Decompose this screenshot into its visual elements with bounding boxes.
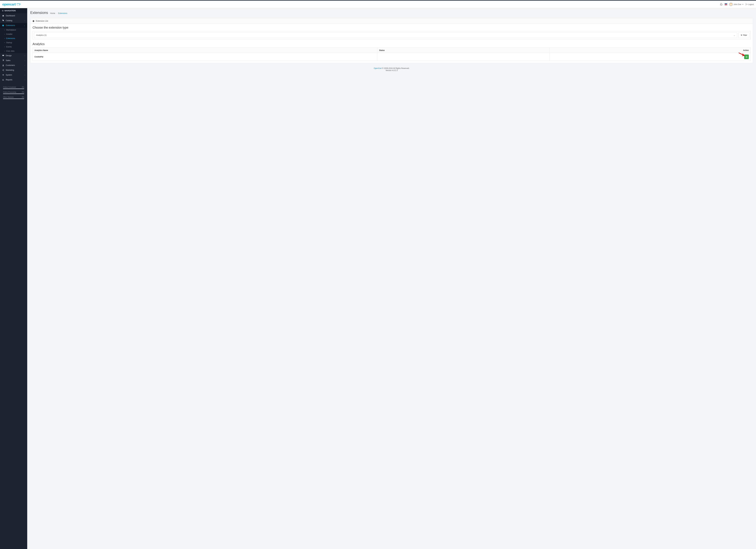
stat-other-statuses: Other Statuses 0%	[3, 96, 24, 99]
footer: OpenCart © 2009-2024 All Rights Reserved…	[27, 65, 756, 74]
breadcrumb-home[interactable]: Home	[50, 12, 55, 14]
sidebar-item-customers[interactable]: Customers ›	[0, 63, 27, 68]
breadcrumb: Home › Extensions	[50, 12, 67, 14]
header: opencart John Doe ▼ Logout	[0, 1, 756, 8]
sidebar-sub-label: Events	[6, 46, 12, 48]
sidebar-item-design[interactable]: Design ›	[0, 53, 27, 58]
sidebar-item-reports[interactable]: Reports ›	[0, 77, 27, 82]
nav-list: Dashboard Catalog › Extensions ⌄ »Market…	[0, 13, 27, 82]
user-menu[interactable]: John Doe ▼	[729, 3, 743, 6]
sidebar-item-dashboard[interactable]: Dashboard	[0, 13, 27, 18]
sidebar-item-catalog[interactable]: Catalog ›	[0, 18, 27, 23]
chart-icon	[2, 79, 4, 81]
cell-action	[550, 53, 751, 61]
sidebar-sub-cronjobs[interactable]: »Cron Jobs	[0, 49, 27, 53]
sidebar-item-marketing[interactable]: Marketing ›	[0, 68, 27, 73]
extension-table: Analytics Name Status Action CookiePal	[33, 48, 751, 61]
footer-rights: © 2009-2024 All Rights Reserved.	[382, 67, 409, 69]
sidebar-item-label: Sales	[6, 59, 10, 62]
sidebar-sub-label: Extensions	[6, 37, 15, 39]
progress-bar	[3, 99, 24, 99]
sidebar-sub-label: Cron Jobs	[6, 50, 15, 52]
chevron-right-icon: ›	[25, 65, 25, 66]
puzzle-icon	[2, 24, 4, 26]
angle-icon: »	[4, 46, 5, 48]
col-action: Action	[550, 48, 751, 53]
chevron-right-icon: ›	[25, 74, 25, 76]
sidebar-item-label: Reports	[6, 79, 12, 81]
avatar	[729, 3, 733, 6]
svg-rect-6	[2, 55, 4, 56]
stat-value: 0%	[22, 96, 24, 98]
angle-icon: »	[4, 50, 5, 52]
nav-sub-extensions: »Marketplace »Installer »Extensions »Sta…	[0, 28, 27, 53]
footer-brand-link[interactable]: OpenCart	[374, 67, 382, 69]
sidebar-sub-installer[interactable]: »Installer	[0, 32, 27, 36]
extension-type-select[interactable]: Analytics (1) ⌄	[34, 33, 737, 38]
user-name: John Doe	[733, 3, 741, 5]
cart-icon	[2, 59, 4, 62]
sidebar-sub-label: Marketplace	[6, 29, 16, 31]
table-header-row: Analytics Name Status Action	[33, 48, 751, 53]
flag-icon[interactable]	[725, 3, 727, 5]
chevron-right-icon: ›	[25, 69, 25, 71]
chevron-down-icon: ⌄	[24, 25, 25, 26]
puzzle-icon	[33, 20, 35, 22]
chevron-right-icon: ›	[25, 60, 25, 61]
svg-point-9	[3, 65, 4, 65]
sidebar-sub-extensions[interactable]: »Extensions	[0, 36, 27, 41]
panel-title: Extension List	[36, 20, 48, 22]
caret-down-icon: ▼	[742, 4, 743, 5]
analytics-title: Analytics	[33, 42, 751, 46]
bell-icon[interactable]	[720, 3, 723, 6]
angle-icon: »	[4, 42, 5, 43]
install-button[interactable]	[744, 55, 749, 59]
logout-link[interactable]: Logout	[746, 3, 754, 5]
sidebar-sub-label: Startup	[6, 42, 12, 44]
stat-label: Orders Processing	[3, 91, 16, 93]
sidebar-item-extensions[interactable]: Extensions ⌄	[0, 23, 27, 28]
monitor-icon	[2, 55, 4, 57]
sidebar-item-sales[interactable]: Sales ›	[0, 58, 27, 63]
breadcrumb-current[interactable]: Extensions	[58, 12, 67, 14]
cell-status	[377, 53, 550, 61]
sidebar-stats: Orders Completed 0% Orders Processing 0%…	[0, 85, 27, 103]
hamburger-icon	[2, 10, 4, 12]
sidebar-sub-marketplace[interactable]: »Marketplace	[0, 28, 27, 32]
main: Extensions Home › Extensions Extension L…	[27, 8, 756, 549]
svg-point-11	[2, 70, 3, 70]
plus-circle-icon	[746, 56, 748, 58]
col-name: Analytics Name	[33, 48, 377, 53]
chevron-right-icon: ›	[25, 55, 25, 57]
svg-point-7	[3, 61, 3, 61]
tag-icon	[2, 20, 4, 22]
col-status: Status	[377, 48, 550, 53]
sidebar-item-system[interactable]: System ›	[0, 73, 27, 77]
gear-icon	[2, 74, 4, 76]
stat-orders-processing: Orders Processing 0%	[3, 91, 24, 94]
page-header: Extensions Home › Extensions	[27, 8, 756, 17]
sidebar-sub-events[interactable]: »Events	[0, 45, 27, 49]
nav-heading-label: NAVIGATION	[5, 10, 16, 12]
logo[interactable]: opencart	[2, 2, 21, 6]
user-icon	[2, 64, 4, 66]
stat-label: Other Statuses	[3, 96, 14, 98]
sidebar-sub-label: Installer	[6, 33, 13, 35]
angle-icon: »	[4, 33, 5, 35]
sidebar-item-label: Marketing	[6, 69, 14, 71]
sidebar-item-label: Dashboard	[6, 15, 15, 17]
home-icon	[2, 15, 4, 17]
angle-icon: »	[4, 38, 5, 39]
sidebar-sub-startup[interactable]: »Startup	[0, 41, 27, 45]
table-row: CookiePal	[33, 53, 751, 61]
sidebar-item-label: System	[6, 74, 12, 76]
cell-name: CookiePal	[33, 53, 377, 61]
nav-heading[interactable]: NAVIGATION	[0, 8, 27, 13]
page-title: Extensions	[30, 11, 48, 15]
chevron-right-icon: ›	[25, 79, 25, 81]
filter-button[interactable]: Filter	[738, 33, 749, 38]
panel-extension-list: Extension List Choose the extension type…	[30, 18, 753, 63]
panel-header: Extension List	[30, 18, 753, 24]
svg-point-0	[17, 5, 18, 5]
select-value: Analytics (1)	[36, 34, 47, 36]
